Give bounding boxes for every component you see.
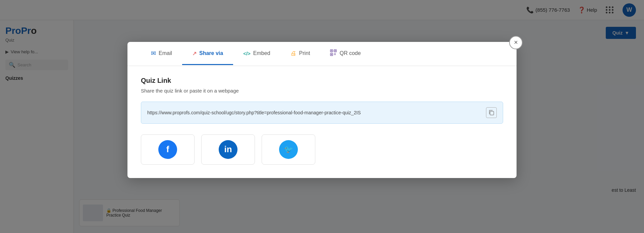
modal-tabs: ✉ Email ↗ Share via </> Embed 🖨 Print	[127, 42, 517, 66]
svg-rect-1	[331, 50, 332, 51]
facebook-icon: f	[158, 140, 177, 159]
tab-email[interactable]: ✉ Email	[141, 42, 182, 65]
linkedin-share-button[interactable]: in	[201, 134, 255, 165]
social-buttons: f in 🐦	[141, 134, 503, 165]
copy-button[interactable]	[486, 107, 497, 118]
tab-share-via[interactable]: ↗ Share via	[182, 43, 233, 65]
svg-rect-10	[490, 111, 494, 115]
print-icon: 🖨	[290, 50, 297, 57]
twitter-icon: 🐦	[279, 140, 298, 159]
tab-qr-code[interactable]: QR code	[320, 42, 371, 66]
svg-rect-3	[335, 50, 336, 51]
svg-rect-5	[331, 54, 332, 55]
svg-rect-7	[335, 53, 336, 54]
modal-body: Quiz Link Share the quiz link or paste i…	[127, 66, 517, 165]
quiz-link-desc: Share the quiz link or paste it on a web…	[141, 88, 503, 94]
modal-close-button[interactable]: ×	[509, 36, 523, 49]
tab-print[interactable]: 🖨 Print	[280, 43, 320, 65]
modal-backdrop: × ✉ Email ↗ Share via </> Embed 🖨 Print	[0, 0, 644, 233]
link-url: https://www.proprofs.com/quiz-school/ugc…	[147, 110, 482, 115]
share-icon: ↗	[192, 50, 197, 57]
svg-rect-6	[334, 53, 335, 54]
link-input-area: https://www.proprofs.com/quiz-school/ugc…	[141, 102, 503, 124]
tab-embed[interactable]: </> Embed	[233, 43, 280, 65]
quiz-link-title: Quiz Link	[141, 77, 503, 84]
linkedin-icon: in	[219, 140, 237, 159]
email-icon: ✉	[151, 50, 156, 57]
embed-icon: </>	[243, 51, 251, 56]
twitter-share-button[interactable]: 🐦	[262, 134, 315, 165]
svg-rect-9	[335, 54, 336, 55]
share-modal: × ✉ Email ↗ Share via </> Embed 🖨 Print	[127, 42, 517, 178]
qr-code-icon	[330, 49, 337, 58]
svg-rect-8	[334, 54, 335, 55]
copy-icon	[488, 110, 494, 116]
facebook-share-button[interactable]: f	[141, 134, 195, 165]
